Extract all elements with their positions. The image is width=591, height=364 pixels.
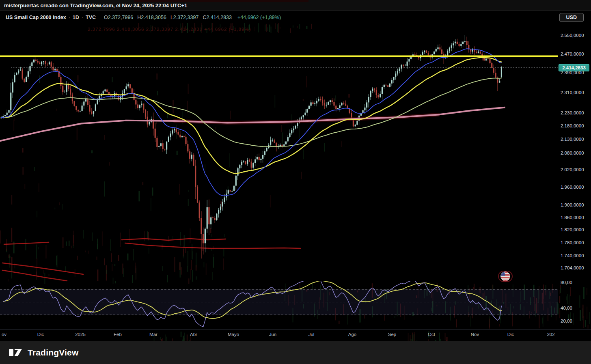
interval-label[interactable]: 1D	[73, 15, 79, 20]
artifact-noise	[59, 202, 60, 206]
candle-body	[216, 214, 217, 220]
artifact-noise	[559, 308, 560, 318]
artifact-noise	[180, 24, 181, 30]
candle-body	[255, 159, 256, 163]
candle-body	[487, 59, 489, 60]
candle-body	[245, 161, 246, 164]
artifact-noise	[281, 125, 282, 132]
candle-body	[31, 62, 32, 66]
candle-body	[301, 117, 302, 119]
current-price-badge: 2.414,2833	[559, 64, 589, 71]
candle-body	[218, 210, 219, 213]
candle-body	[193, 155, 194, 166]
artifact-noise	[230, 26, 231, 29]
candle-body	[489, 59, 490, 63]
artifact-noise	[559, 296, 560, 303]
candle-body	[499, 81, 500, 83]
footer-bar: TradingView	[0, 341, 591, 364]
artifact-noise	[580, 310, 581, 321]
artifact-noise	[136, 266, 136, 280]
artifact-noise	[36, 271, 37, 276]
candle-body	[233, 186, 235, 191]
artifact-noise	[34, 167, 35, 171]
artifact-noise	[244, 23, 245, 33]
candle-body	[56, 69, 58, 71]
candle-body	[35, 60, 37, 61]
candle-body	[104, 90, 106, 92]
candle-body	[355, 125, 356, 126]
candle-body	[12, 82, 13, 93]
artifact-noise	[153, 26, 153, 31]
candle-body	[183, 136, 185, 137]
artifact-noise	[174, 257, 175, 272]
artifact-noise	[456, 319, 457, 327]
candle-body	[328, 102, 329, 105]
artifact-noise	[185, 26, 186, 31]
artifact-noise	[588, 325, 589, 328]
artifact-noise	[560, 285, 561, 289]
candle-body	[270, 140, 271, 145]
artifact-noise	[202, 25, 203, 28]
candle-body	[41, 62, 42, 64]
artifact-noise	[194, 23, 195, 33]
exchange-label: TVC	[86, 15, 96, 20]
artifact-noise	[168, 24, 168, 33]
chart-canvas[interactable]	[0, 0, 591, 364]
price-axis-label: 1.860,0000	[561, 215, 584, 220]
artifact-noise	[188, 199, 189, 206]
candle-body	[243, 161, 244, 162]
candle-body	[162, 143, 164, 149]
candle-body	[62, 86, 63, 92]
candle-body	[451, 45, 452, 48]
candle-body	[335, 106, 336, 109]
time-axis[interactable]: ovDic2025FebMarAbrMayoJunJulAgoSepOctNov…	[0, 330, 591, 341]
candle-body	[424, 51, 425, 52]
artifact-noise	[6, 239, 7, 251]
candle-body	[93, 111, 94, 114]
candle-body	[197, 187, 198, 202]
page-title: misterpuertas creado con TradingView.com…	[4, 2, 187, 9]
close-value: 2.414,2833	[206, 15, 232, 20]
candle-body	[247, 160, 248, 164]
artifact-noise	[200, 28, 201, 32]
artifact-noise	[573, 313, 574, 325]
pane-divider[interactable]	[0, 281, 591, 281]
candle-body	[304, 113, 306, 115]
currency-button[interactable]: USD	[559, 13, 584, 22]
price-axis-label: 2.020,0000	[561, 167, 584, 172]
candle-body	[464, 41, 466, 42]
artifact-noise	[162, 244, 163, 250]
candle-body	[287, 137, 289, 142]
price-axis-label: 1.740,0000	[561, 253, 584, 258]
artifact-noise	[92, 233, 93, 241]
artifact-noise	[122, 264, 123, 274]
symbol-name[interactable]: US Small Cap 2000 Index	[6, 15, 66, 20]
candle-body	[139, 105, 140, 108]
artifact-noise	[339, 321, 340, 324]
artifact-noise	[173, 236, 173, 239]
artifact-noise	[188, 251, 188, 267]
artifact-noise	[585, 320, 586, 327]
price-axis-label: 1.704,0000	[561, 265, 584, 270]
artifact-noise	[123, 268, 124, 277]
artifact-noise	[55, 208, 56, 209]
artifact-noise	[71, 246, 72, 248]
artifact-noise	[224, 249, 224, 256]
artifact-noise	[265, 25, 265, 31]
artifact-noise	[11, 228, 12, 242]
candle-body	[195, 166, 196, 187]
candle-body	[387, 85, 388, 87]
candle-body	[337, 108, 339, 109]
low-label: L	[170, 15, 173, 20]
price-axis-label: 2.230,0000	[561, 110, 584, 115]
candle-body	[95, 104, 96, 111]
candle-body	[97, 100, 98, 104]
main-pane[interactable]	[0, 35, 505, 259]
candle-body	[26, 77, 27, 82]
price-axis-label: 2.310,0000	[561, 90, 584, 95]
symbol-info-bar[interactable]: US Small Cap 2000 Index · 1D · TVC O2.37…	[6, 13, 281, 22]
candle-body	[10, 93, 11, 110]
artifact-noise	[62, 204, 63, 210]
candle-body	[191, 155, 192, 159]
candle-body	[24, 79, 25, 82]
